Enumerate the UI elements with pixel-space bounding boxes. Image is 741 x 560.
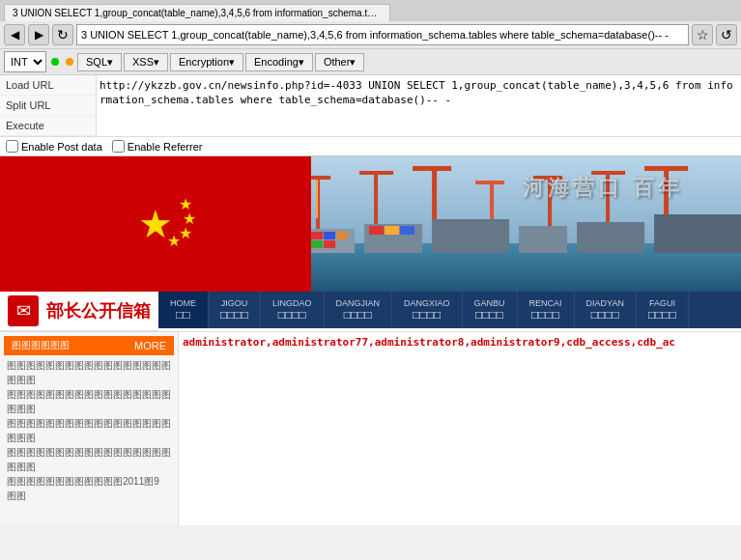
svg-rect-6 <box>359 171 393 175</box>
nav-item-dangxiao[interactable]: DANGXIAO □□□□ <box>392 292 463 328</box>
back-button[interactable]: ◀ <box>4 24 25 45</box>
svg-rect-8 <box>413 166 451 171</box>
nav-zh-ganbu: □□□□ <box>475 308 503 322</box>
site-header: ✉ 部长公开信箱 HOME □□ JIGOU □□□□ LINGDAO □□□□ <box>0 292 741 332</box>
nav-en-dangxiao: DANGXIAO <box>404 298 450 308</box>
hero-banner: ★ ★ ★ ★ ★ 河海营口 百年 <box>0 156 741 292</box>
nav-en-lingdao: LINGDAO <box>272 298 312 308</box>
nav-en-ganbu: GANBU <box>474 298 505 308</box>
nav-item-diadyan[interactable]: DIADYAN □□□□ <box>575 292 637 328</box>
nav-item-rencai[interactable]: RENCAI □□□□ <box>518 292 575 328</box>
nav-zh-jigou: □□□□ <box>220 308 248 322</box>
svg-rect-29 <box>385 226 399 235</box>
back-icon: ◀ <box>11 28 19 42</box>
svg-rect-19 <box>432 219 509 253</box>
sidebar-links: 图图图图图图图图图图图图图图图图图图图图 图图图图图图图图图图图图图图图图图图图… <box>4 355 174 506</box>
svg-rect-25 <box>336 232 348 239</box>
svg-rect-21 <box>577 222 644 253</box>
nav-en-home: HOME <box>170 298 196 308</box>
sidebar-content: 图图图图图图 MORE 图图图图图图图图图图图图图图图图图图图图 图图图图图图图… <box>0 332 179 525</box>
nav-zh-dangxiao: □□□□ <box>413 308 441 322</box>
nav-item-lingdao[interactable]: LINGDAO □□□□ <box>261 292 325 328</box>
svg-rect-23 <box>311 232 323 239</box>
sidebar-header-label: 图图图图图图 <box>12 339 70 352</box>
svg-rect-26 <box>311 240 323 248</box>
forward-icon: ▶ <box>35 28 43 42</box>
nav-bar: ◀ ▶ ↻ ☆ ↺ <box>0 21 741 49</box>
nav-en-diadyan: DIADYAN <box>586 298 624 308</box>
star-small-4-icon: ★ <box>167 232 181 250</box>
sidebar-header: 图图图图图图 MORE <box>4 336 174 355</box>
nav-item-dangjian[interactable]: DANGJIAN □□□□ <box>325 292 393 328</box>
refresh-icon: ↺ <box>721 27 732 42</box>
more-button[interactable]: MORE <box>134 340 166 351</box>
svg-rect-30 <box>400 226 414 235</box>
nav-item-fagui[interactable]: FAGUI □□□□ <box>637 292 689 328</box>
sql-result: administrator,administrator77,administra… <box>183 336 737 349</box>
nav-zh-rencai: □□□□ <box>531 308 559 322</box>
svg-rect-28 <box>369 226 384 235</box>
svg-rect-22 <box>654 214 741 253</box>
sidebar-link-group: 图图图图图图图图图图图图图图图图图图图图 图图图图图图图图图图图图图图图图图图图… <box>7 358 171 503</box>
mail-icon: ✉ <box>16 300 31 322</box>
main-content: administrator,administrator77,administra… <box>179 332 741 525</box>
svg-rect-27 <box>324 240 335 248</box>
hackbar-sidebar: Load URL Split URL Execute <box>0 75 97 136</box>
refresh-button[interactable]: ↺ <box>716 24 737 45</box>
sql-button[interactable]: SQL▾ <box>77 53 122 71</box>
hackbar: Load URL Split URL Execute http://ykzzb.… <box>0 75 741 156</box>
nav-item-home[interactable]: HOME □□ <box>158 292 209 328</box>
webpage-area: ★ ★ ★ ★ ★ 河海营口 百年 ✉ 部长公开信箱 <box>0 156 741 560</box>
nav-en-rencai: RENCAI <box>529 298 562 308</box>
hackbar-toolbar: INT SQL▾ XSS▾ Encryption▾ Encoding▾ Othe… <box>0 49 741 75</box>
tab-title: 3 UNION SELECT 1,group_concat(table_name… <box>13 8 382 18</box>
brand-text: 部长公开信箱 <box>46 299 151 322</box>
hero-text: 河海营口 百年 <box>523 176 683 200</box>
address-bar[interactable] <box>76 24 689 45</box>
split-url-button[interactable]: Split URL <box>0 96 96 116</box>
browser-window: 3 UNION SELECT 1,group_concat(table_name… <box>0 0 741 560</box>
other-button[interactable]: Other▾ <box>315 53 365 71</box>
nav-item-jigou[interactable]: JIGOU □□□□ <box>209 292 261 328</box>
referrer-checkbox[interactable] <box>112 140 125 153</box>
hackbar-options: Enable Post data Enable Referrer <box>0 137 741 155</box>
svg-rect-10 <box>475 181 504 184</box>
status-indicator <box>51 58 59 66</box>
execute-button[interactable]: Execute <box>0 116 96 136</box>
svg-rect-20 <box>519 226 567 253</box>
nav-en-jigou: JIGOU <box>221 298 248 308</box>
encoding-button[interactable]: Encoding▾ <box>245 53 313 71</box>
post-data-checkbox[interactable] <box>6 140 18 153</box>
star-small-3-icon: ★ <box>179 224 192 242</box>
hackbar-main: Load URL Split URL Execute http://ykzzb.… <box>0 75 741 137</box>
svg-rect-4 <box>316 180 318 218</box>
type-select[interactable]: INT <box>4 51 46 72</box>
nav-zh-diadyan: □□□□ <box>591 308 619 322</box>
load-url-button[interactable]: Load URL <box>0 75 96 96</box>
post-data-label[interactable]: Enable Post data <box>6 140 102 153</box>
star-icon: ☆ <box>697 27 709 42</box>
encryption-button[interactable]: Encryption▾ <box>170 53 243 71</box>
star-button[interactable]: ☆ <box>692 24 713 45</box>
nav-zh-fagui: □□□□ <box>648 308 676 322</box>
content-area: 图图图图图图 MORE 图图图图图图图图图图图图图图图图图图图图 图图图图图图图… <box>0 332 741 525</box>
nav-zh-lingdao: □□□□ <box>278 308 306 322</box>
tab-bar: 3 UNION SELECT 1,group_concat(table_name… <box>0 0 741 21</box>
nav-item-ganbu[interactable]: GANBU □□□□ <box>463 292 518 328</box>
referrer-text: Enable Referrer <box>128 141 203 153</box>
xss-button[interactable]: XSS▾ <box>124 53 168 71</box>
brand-icon: ✉ <box>8 295 39 326</box>
svg-rect-24 <box>324 232 335 239</box>
browser-tab[interactable]: 3 UNION SELECT 1,group_concat(table_name… <box>4 4 390 21</box>
site-brand: ✉ 部长公开信箱 <box>0 292 158 331</box>
url-input[interactable]: http://ykzzb.gov.cn/newsinfo.php?id=-403… <box>97 75 741 136</box>
nav-en-fagui: FAGUI <box>649 298 675 308</box>
referrer-label[interactable]: Enable Referrer <box>112 140 203 153</box>
nav-en-dangjian: DANGJIAN <box>336 298 381 308</box>
post-data-text: Enable Post data <box>21 141 102 153</box>
flag-symbol: ★ ★ ★ ★ ★ <box>138 205 173 243</box>
forward-button[interactable]: ▶ <box>28 24 49 45</box>
flag-area: ★ ★ ★ ★ ★ <box>0 156 311 292</box>
nav-menu: HOME □□ JIGOU □□□□ LINGDAO □□□□ DANGJIAN… <box>158 292 741 328</box>
reload-button[interactable]: ↻ <box>52 24 73 45</box>
